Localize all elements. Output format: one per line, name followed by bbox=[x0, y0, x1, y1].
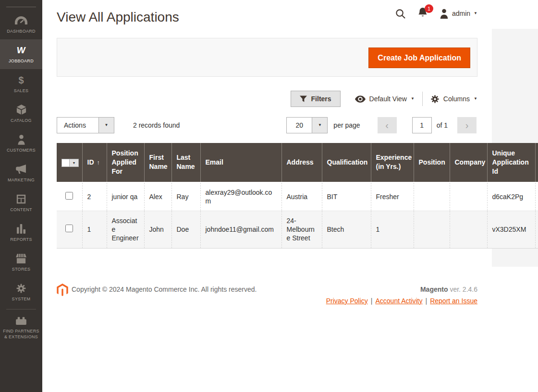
cell-id: 1 bbox=[82, 211, 107, 249]
table-row[interactable]: 2 junior qa Alex Ray alexray29@outlook.c… bbox=[57, 182, 538, 211]
grid-header-row: ▼ ID↑ Position Applied For First Name La… bbox=[57, 143, 538, 182]
footer-links: Privacy Policy|Account Activity|Report a… bbox=[326, 297, 477, 305]
search-icon[interactable] bbox=[395, 8, 406, 19]
gear-icon bbox=[16, 283, 26, 294]
sidebar-item-customers[interactable]: CUSTOMERS bbox=[0, 129, 42, 158]
account-activity-link[interactable]: Account Activity bbox=[375, 297, 422, 305]
sidebar-item-label: CATALOG bbox=[11, 118, 32, 123]
column-header-qualification[interactable]: Qualification bbox=[322, 143, 371, 182]
sidebar-item-sales[interactable]: $ SALES bbox=[0, 69, 42, 99]
page-number-input[interactable] bbox=[412, 117, 432, 133]
next-page-button[interactable]: › bbox=[457, 117, 477, 133]
select-all-control[interactable]: ▼ bbox=[61, 159, 79, 167]
sidebar-divider bbox=[6, 7, 36, 7]
actions-select[interactable]: Actions ▼ bbox=[57, 117, 114, 133]
sidebar-item-stores[interactable]: STORES bbox=[0, 248, 42, 277]
grid-controls: Actions ▼ 2 records found 20 ▼ per page … bbox=[57, 117, 477, 133]
column-header-clipped[interactable]: Job Status bbox=[535, 143, 538, 182]
actions-select-value: Actions bbox=[57, 118, 98, 133]
column-header-company[interactable]: Company bbox=[450, 143, 487, 182]
sidebar-item-dashboard[interactable]: DASHBOARD bbox=[0, 10, 42, 39]
table-row[interactable]: 1 Associate Engineer John Doe johndoe11@… bbox=[57, 211, 538, 249]
column-header-last-name[interactable]: Last Name bbox=[171, 143, 200, 182]
select-all-dropdown[interactable]: ▼ bbox=[70, 159, 79, 167]
link-separator: | bbox=[371, 297, 373, 305]
select-all-checkbox[interactable] bbox=[61, 159, 70, 167]
row-checkbox[interactable] bbox=[65, 192, 73, 200]
cell-unique-application-id: d6caK2Pg bbox=[487, 182, 535, 211]
notifications-button[interactable]: 1 bbox=[417, 8, 428, 19]
applications-grid: ▼ ID↑ Position Applied For First Name La… bbox=[57, 143, 538, 249]
cell-position bbox=[414, 211, 450, 249]
sidebar-item-label: STORES bbox=[12, 267, 31, 272]
footer: Copyright © 2024 Magento Commerce Inc. A… bbox=[42, 267, 538, 312]
cell-clipped: A bbox=[535, 182, 538, 211]
sidebar-item-jobboard[interactable]: W JOBBOARD bbox=[0, 39, 42, 69]
column-header-unique-application-id[interactable]: Unique Application Id bbox=[487, 143, 535, 182]
user-icon bbox=[440, 9, 449, 19]
sidebar-item-find-partners[interactable]: FIND PARTNERS & EXTENSIONS bbox=[0, 311, 42, 343]
megaphone-icon bbox=[16, 164, 26, 175]
dashboard-icon bbox=[15, 15, 27, 26]
default-view-label: Default View bbox=[369, 95, 407, 103]
funnel-icon bbox=[300, 95, 307, 102]
sidebar-item-content[interactable]: CONTENT bbox=[0, 188, 42, 218]
sidebar-item-label: SYSTEM bbox=[12, 297, 31, 302]
notification-badge: 1 bbox=[425, 4, 433, 13]
sidebar-item-reports[interactable]: REPORTS bbox=[0, 218, 42, 248]
row-checkbox[interactable] bbox=[65, 225, 73, 232]
sidebar-item-catalog[interactable]: CATALOG bbox=[0, 99, 42, 129]
column-header-address[interactable]: Address bbox=[281, 143, 322, 182]
header-actions: 1 admin ▼ bbox=[370, 8, 477, 19]
chevron-down-icon: ▼ bbox=[474, 12, 477, 15]
chevron-down-icon: ▼ bbox=[318, 123, 322, 127]
sidebar-item-label: CUSTOMERS bbox=[7, 148, 36, 153]
sidebar-item-marketing[interactable]: MARKETING bbox=[0, 158, 42, 188]
default-view-button[interactable]: Default View ▼ bbox=[355, 95, 415, 103]
sidebar-item-label: MARKETING bbox=[8, 178, 35, 183]
cell-company bbox=[450, 211, 487, 249]
admin-menu[interactable]: admin ▼ bbox=[440, 9, 477, 19]
column-header-email[interactable]: Email bbox=[200, 143, 281, 182]
column-header-position[interactable]: Position bbox=[414, 143, 450, 182]
toolbar-divider bbox=[422, 92, 423, 106]
previous-page-button[interactable]: ‹ bbox=[378, 117, 397, 133]
columns-button[interactable]: Columns ▼ bbox=[430, 95, 477, 104]
cell-experience: Fresher bbox=[371, 182, 414, 211]
sidebar-item-label: FIND PARTNERS & EXTENSIONS bbox=[2, 329, 40, 340]
magento-logo-icon bbox=[57, 284, 68, 298]
cell-position-applied: Associate Engineer bbox=[107, 211, 144, 249]
cell-id: 2 bbox=[82, 182, 107, 211]
row-select-cell bbox=[57, 182, 82, 211]
per-page-caret[interactable]: ▼ bbox=[312, 118, 327, 133]
filters-button[interactable]: Filters bbox=[291, 91, 341, 107]
person-icon bbox=[17, 134, 25, 145]
box-icon bbox=[16, 104, 26, 116]
cell-first-name: Alex bbox=[144, 182, 171, 211]
dollar-icon: $ bbox=[18, 74, 24, 86]
pagination: 20 ▼ per page ‹ of 1 › bbox=[286, 117, 477, 133]
report-issue-link[interactable]: Report an Issue bbox=[430, 297, 477, 305]
create-job-application-button[interactable]: Create Job Application bbox=[368, 48, 470, 68]
records-found-label: 2 records found bbox=[133, 117, 180, 133]
brick-icon bbox=[15, 315, 27, 326]
layout-icon bbox=[16, 193, 26, 205]
brand-name: Magento bbox=[420, 285, 448, 293]
per-page-select[interactable]: 20 ▼ bbox=[286, 117, 328, 133]
privacy-policy-link[interactable]: Privacy Policy bbox=[326, 297, 368, 305]
admin-username: admin bbox=[452, 10, 470, 17]
column-header-position-applied[interactable]: Position Applied For bbox=[107, 143, 144, 182]
column-header-experience[interactable]: Experience (in Yrs.) bbox=[371, 143, 414, 182]
admin-sidebar: DASHBOARD W JOBBOARD $ SALES CATALOG CUS… bbox=[0, 0, 42, 392]
column-header-first-name[interactable]: First Name bbox=[144, 143, 171, 182]
chevron-down-icon: ▼ bbox=[474, 97, 477, 101]
cell-address: Austria bbox=[281, 182, 322, 211]
sidebar-item-system[interactable]: SYSTEM bbox=[0, 277, 42, 307]
column-header-id[interactable]: ID↑ bbox=[82, 143, 107, 182]
filters-label: Filters bbox=[311, 95, 331, 103]
columns-label: Columns bbox=[443, 95, 470, 103]
actions-select-caret[interactable]: ▼ bbox=[98, 118, 114, 133]
sidebar-item-label: DASHBOARD bbox=[7, 29, 36, 34]
jobboard-icon: W bbox=[17, 45, 25, 56]
per-page-label: per page bbox=[333, 121, 360, 129]
